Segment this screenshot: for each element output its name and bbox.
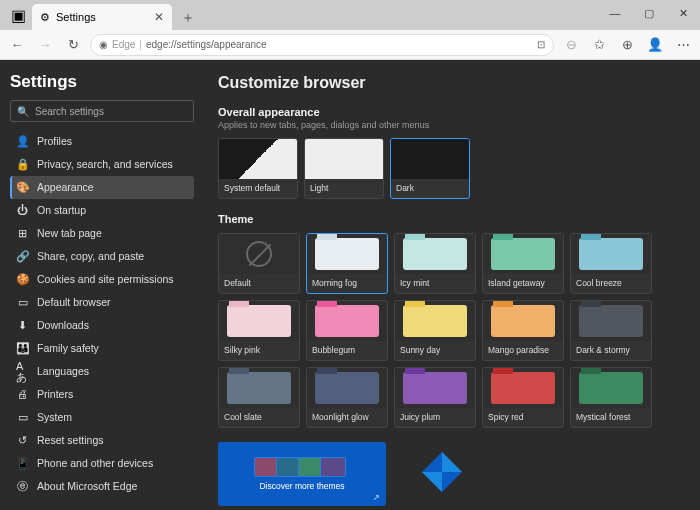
main-content: Customize browser Overall appearance App… (204, 60, 700, 510)
theme-cool-slate[interactable]: Cool slate (218, 367, 300, 428)
theme-default[interactable]: Default (218, 233, 300, 294)
settings-title: Settings (10, 72, 194, 92)
sidebar-item-downloads[interactable]: ⬇Downloads (10, 314, 194, 337)
nav-label: Appearance (37, 182, 94, 193)
theme-label: Morning fog (307, 274, 387, 293)
theme-label: Default (219, 274, 299, 293)
nav-label: Printers (37, 389, 73, 400)
page-heading: Customize browser (218, 74, 686, 92)
nav-icon: ▭ (16, 296, 29, 309)
appearance-label: System default (219, 179, 297, 198)
favorites-icon[interactable]: ✩ (588, 34, 610, 56)
theme-label: Theme (218, 213, 686, 225)
theme-label: Mango paradise (483, 341, 563, 360)
svg-marker-2 (422, 472, 442, 492)
sidebar-item-new-tab-page[interactable]: ⊞New tab page (10, 222, 194, 245)
theme-silky-pink[interactable]: Silky pink (218, 300, 300, 361)
edge-icon: ◉ (99, 39, 108, 50)
sidebar-item-reset-settings[interactable]: ↺Reset settings (10, 429, 194, 452)
sidebar-item-family-safety[interactable]: 👪Family safety (10, 337, 194, 360)
new-tab-button[interactable]: ＋ (176, 6, 200, 30)
theme-juicy-plum[interactable]: Juicy plum (394, 367, 476, 428)
theme-spicy-red[interactable]: Spicy red (482, 367, 564, 428)
theme-icy-mint[interactable]: Icy mint (394, 233, 476, 294)
sidebar-item-system[interactable]: ▭System (10, 406, 194, 429)
appearance-label: Dark (391, 179, 469, 198)
close-tab-icon[interactable]: ✕ (154, 10, 164, 24)
discover-themes-button[interactable]: Discover more themes ↗ (218, 442, 386, 506)
nav-icon: 📱 (16, 457, 29, 470)
search-icon: 🔍 (17, 106, 29, 117)
no-theme-icon (246, 241, 272, 267)
nav-label: Privacy, search, and services (37, 159, 173, 170)
sidebar-item-about-microsoft-edge[interactable]: ⓔAbout Microsoft Edge (10, 475, 194, 498)
theme-morning-fog[interactable]: Morning fog (306, 233, 388, 294)
theme-label: Bubblegum (307, 341, 387, 360)
collections-icon[interactable]: ⊕ (616, 34, 638, 56)
read-aloud-icon[interactable]: ⊡ (537, 39, 545, 50)
svg-marker-1 (442, 452, 462, 472)
sidebar-item-default-browser[interactable]: ▭Default browser (10, 291, 194, 314)
browser-tab[interactable]: ⚙ Settings ✕ (32, 4, 172, 30)
sidebar: Settings 🔍 Search settings 👤Profiles🔒Pri… (0, 60, 204, 510)
refresh-button[interactable]: ↻ (62, 34, 84, 56)
external-link-icon: ↗ (373, 493, 380, 502)
maximize-button[interactable]: ▢ (632, 0, 666, 26)
theme-label: Spicy red (483, 408, 563, 427)
forward-button[interactable]: → (34, 34, 56, 56)
theme-moonlight-glow[interactable]: Moonlight glow (306, 367, 388, 428)
close-window-button[interactable]: ✕ (666, 0, 700, 26)
nav-label: System (37, 412, 72, 423)
discover-label: Discover more themes (259, 481, 344, 491)
overall-appearance-sub: Applies to new tabs, pages, dialogs and … (218, 120, 686, 130)
theme-mango-paradise[interactable]: Mango paradise (482, 300, 564, 361)
nav-label: Reset settings (37, 435, 104, 446)
nav-label: Share, copy, and paste (37, 251, 144, 262)
nav-icon: ▭ (16, 411, 29, 424)
sidebar-item-languages[interactable]: AあLanguages (10, 360, 194, 383)
theme-label: Juicy plum (395, 408, 475, 427)
nav-icon: 🔒 (16, 158, 29, 171)
windows-logo (422, 452, 462, 492)
nav-icon: ↺ (16, 434, 29, 447)
sidebar-item-share-copy-and-paste[interactable]: 🔗Share, copy, and paste (10, 245, 194, 268)
address-bar[interactable]: ◉ Edge | edge://settings/appearance ⊡ (90, 34, 554, 56)
theme-label: Dark & stormy (571, 341, 651, 360)
theme-cool-breeze[interactable]: Cool breeze (570, 233, 652, 294)
profile-icon[interactable]: 👤 (644, 34, 666, 56)
sync-icon[interactable]: ⊖ (560, 34, 582, 56)
theme-sunny-day[interactable]: Sunny day (394, 300, 476, 361)
nav-icon: 🖨 (16, 388, 29, 401)
sidebar-item-printers[interactable]: 🖨Printers (10, 383, 194, 406)
sidebar-item-privacy-search-and-services[interactable]: 🔒Privacy, search, and services (10, 153, 194, 176)
sidebar-item-cookies-and-site-permissions[interactable]: 🍪Cookies and site permissions (10, 268, 194, 291)
nav-icon: ⏻ (16, 204, 29, 217)
theme-label: Mystical forest (571, 408, 651, 427)
appearance-label: Light (305, 179, 383, 198)
theme-label: Cool breeze (571, 274, 651, 293)
theme-island-getaway[interactable]: Island getaway (482, 233, 564, 294)
sidebar-item-phone-and-other-devices[interactable]: 📱Phone and other devices (10, 452, 194, 475)
addr-url: edge://settings/appearance (146, 39, 267, 50)
theme-bubblegum[interactable]: Bubblegum (306, 300, 388, 361)
appearance-system-default[interactable]: System default (218, 138, 298, 199)
menu-icon[interactable]: ⋯ (672, 34, 694, 56)
search-input[interactable]: 🔍 Search settings (10, 100, 194, 122)
title-bar: ▣ ⚙ Settings ✕ ＋ — ▢ ✕ (0, 0, 700, 30)
appearance-dark[interactable]: Dark (390, 138, 470, 199)
minimize-button[interactable]: — (598, 0, 632, 26)
nav-icon: 🎨 (16, 181, 29, 194)
back-button[interactable]: ← (6, 34, 28, 56)
nav-icon: ⓔ (16, 480, 29, 493)
theme-dark-stormy[interactable]: Dark & stormy (570, 300, 652, 361)
theme-label: Sunny day (395, 341, 475, 360)
search-placeholder: Search settings (35, 106, 104, 117)
sidebar-item-on-startup[interactable]: ⏻On startup (10, 199, 194, 222)
nav-icon: 🔗 (16, 250, 29, 263)
nav-icon: 👪 (16, 342, 29, 355)
sidebar-item-profiles[interactable]: 👤Profiles (10, 130, 194, 153)
appearance-light[interactable]: Light (304, 138, 384, 199)
sidebar-item-appearance[interactable]: 🎨Appearance (10, 176, 194, 199)
theme-mystical-forest[interactable]: Mystical forest (570, 367, 652, 428)
theme-label: Island getaway (483, 274, 563, 293)
